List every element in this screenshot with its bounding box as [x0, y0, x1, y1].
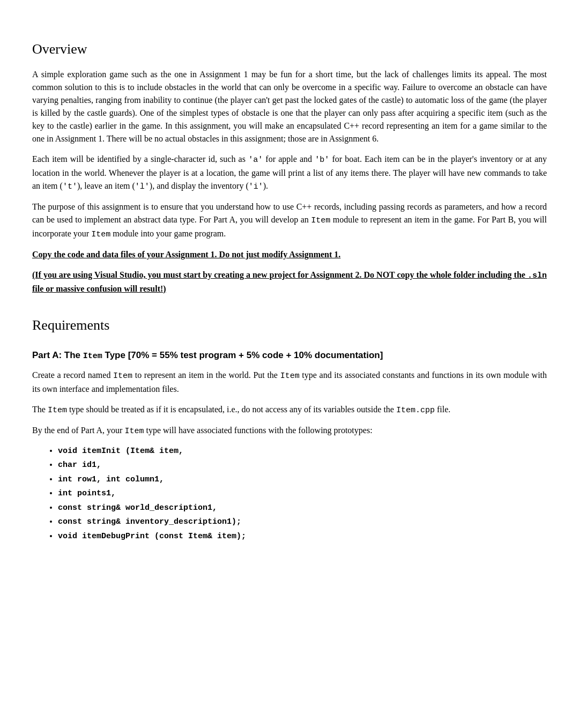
- para3-code-item1: Item: [311, 216, 330, 225]
- pa-p3-text1: By the end of Part A, your: [32, 426, 124, 435]
- para2-text-5: ), and display the inventory (: [150, 181, 249, 190]
- pa-p3-item: Item: [124, 427, 144, 436]
- para2-code-i: 'i': [249, 182, 263, 191]
- overview-paragraph-2: Each item will be identified by a single…: [32, 153, 547, 193]
- para2-text-1: Each item will be identified by a single…: [32, 154, 248, 164]
- list-item: const string& world_description1,: [58, 502, 547, 515]
- part-a-paragraph-2: The Item type should be treated as if it…: [32, 403, 547, 417]
- overview-heading: Overview: [32, 39, 547, 60]
- list-item: char id1,: [58, 459, 547, 472]
- pa-p2-text3: file.: [435, 405, 450, 414]
- pa-p2-text1: The: [32, 405, 48, 414]
- part-a-paragraph-3: By the end of Part A, your Item type wil…: [32, 424, 547, 438]
- overview-paragraph-3: The purpose of this assignment is to ens…: [32, 200, 547, 241]
- bold-instruction-1: Copy the code and data files of your Ass…: [32, 248, 547, 261]
- pa-p1-text2: to represent an item in the world. Put t…: [132, 370, 280, 380]
- overview-paragraph-1: A simple exploration game such as the on…: [32, 68, 547, 145]
- bold-text-1: Copy the code and data files of your Ass…: [32, 250, 340, 259]
- pa-p1-text1: Create a record named: [32, 370, 113, 380]
- part-a-paragraph-1: Create a record named Item to represent …: [32, 369, 547, 396]
- bold-instruction-2: (If you are using Visual Studio, you mus…: [32, 269, 547, 295]
- list-item: void itemInit (Item& item,: [58, 445, 547, 458]
- list-item: int row1, int column1,: [58, 474, 547, 486]
- requirements-section: Requirements Part A: The Item Type [70% …: [32, 315, 547, 543]
- para2-code-l: 'l': [135, 182, 150, 191]
- para3-code-item2: Item: [91, 230, 110, 239]
- bold-text-2: (If you are using Visual Studio, you mus…: [32, 270, 547, 293]
- para2-code-b: 'b': [315, 155, 329, 165]
- list-item: void itemDebugPrint (const Item& item);: [58, 531, 547, 543]
- prototype-list: void itemInit (Item& item, char id1, int…: [58, 445, 547, 543]
- bold-line2-end: file or massive confusion will result!): [32, 284, 166, 293]
- part-a-heading-start: Part A: The: [32, 350, 83, 360]
- pa-p2-code: Item.cpp: [396, 406, 435, 415]
- pa-p2-text2: type should be treated as if it is encap…: [67, 405, 396, 414]
- para2-text-6: ).: [263, 181, 268, 190]
- para2-text-4: ), leave an item (: [77, 181, 135, 190]
- list-item: int points1,: [58, 488, 547, 500]
- part-a-heading-code: Item: [83, 352, 102, 361]
- para3-text-3: module into your game program.: [110, 229, 226, 238]
- pa-p3-text2: type will have associated functions with…: [144, 426, 372, 435]
- pa-p1-item2: Item: [280, 372, 300, 381]
- requirements-heading: Requirements: [32, 315, 547, 336]
- bold-line2-code: .sln: [528, 271, 547, 280]
- bold-line2-start: (If you are using Visual Studio, you mus…: [32, 270, 528, 279]
- part-a-heading: Part A: The Item Type [70% = 55% test pr…: [32, 348, 547, 363]
- part-a-heading-end: Type [70% = 55% test program + 5% code +…: [102, 350, 383, 360]
- pa-p2-item: Item: [48, 406, 67, 415]
- para2-text-2: for apple and: [263, 154, 315, 164]
- para2-code-t: 't': [63, 182, 77, 191]
- part-a-section: Part A: The Item Type [70% = 55% test pr…: [32, 348, 547, 543]
- pa-p1-item: Item: [113, 372, 132, 381]
- para2-code-a: 'a': [248, 155, 263, 165]
- list-item: const string& inventory_description1);: [58, 516, 547, 529]
